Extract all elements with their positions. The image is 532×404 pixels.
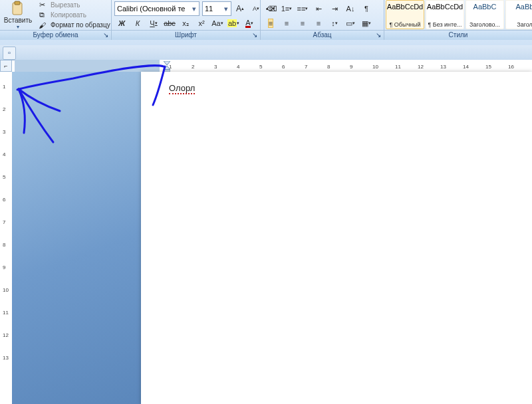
show-marks-button[interactable]: ¶ xyxy=(359,1,374,16)
highlight-button[interactable]: ab▾ xyxy=(226,16,241,31)
hruler-tick: 2 xyxy=(192,64,194,70)
below-ribbon-strip: ▫ xyxy=(0,45,532,60)
document-text[interactable]: Олорл xyxy=(169,83,195,93)
grow-font-icon: A xyxy=(236,4,241,13)
vruler-tick: 10 xyxy=(3,287,9,293)
document-page[interactable] xyxy=(141,72,532,404)
align-left-button[interactable]: ≡ xyxy=(263,16,278,31)
format-painter-button[interactable]: 🖌 xyxy=(35,20,49,31)
hruler-tick: 11 xyxy=(395,64,401,70)
hruler-tick: 9 xyxy=(350,64,352,70)
new-doc-button[interactable]: ▫ xyxy=(3,47,16,60)
hruler-tick: 15 xyxy=(485,64,491,70)
style-preview: AaBb xyxy=(516,2,532,11)
superscript-button[interactable]: x² xyxy=(194,16,209,31)
hruler-tick: 6 xyxy=(282,64,285,70)
style-preview: AaBbC xyxy=(473,2,497,11)
hruler-tick: 4 xyxy=(237,64,239,70)
copy-button[interactable]: ⧉ xyxy=(35,10,49,21)
increase-indent-button[interactable]: ⇥ xyxy=(327,1,342,16)
borders-button[interactable]: ▦▾ xyxy=(359,16,374,31)
shading-button[interactable]: ▭▾ xyxy=(343,16,358,31)
vruler-tick: 8 xyxy=(3,242,5,248)
style-card-0[interactable]: AaBbCcDd¶ Обычный xyxy=(386,0,424,29)
cut-label: Вырезать xyxy=(51,1,80,9)
hruler-tick: 5 xyxy=(259,64,262,70)
bullets-button[interactable]: •≡▾ xyxy=(263,1,278,16)
horizontal-ruler[interactable]: 12345678910111213141516 xyxy=(160,60,532,72)
decrease-indent-button[interactable]: ⇤ xyxy=(311,1,326,16)
style-preview: AaBbCcDd xyxy=(427,2,463,11)
indent-icon: ⇥ xyxy=(332,5,338,13)
font-size-input[interactable] xyxy=(203,5,221,13)
cut-button[interactable]: ✂ xyxy=(35,0,49,11)
grow-font-button[interactable]: A▴ xyxy=(233,1,247,16)
font-family-input[interactable] xyxy=(115,5,190,13)
style-card-2[interactable]: AaBbCЗаголово... xyxy=(466,0,504,29)
italic-button[interactable]: К xyxy=(130,16,145,31)
format-painter-label: Формат по образцу xyxy=(51,21,110,29)
paste-button[interactable]: Вставить ▾ xyxy=(1,0,35,31)
group-label-clipboard: Буфер обмена↘ xyxy=(0,30,111,40)
align-right-icon: ≡ xyxy=(301,19,305,27)
paste-dropdown-icon[interactable]: ▾ xyxy=(17,24,19,30)
vruler-tick: 7 xyxy=(3,219,5,225)
style-name: Загол xyxy=(517,21,532,28)
font-launcher[interactable]: ↘ xyxy=(251,31,259,39)
hruler-margin xyxy=(15,60,160,72)
hruler-tick: 16 xyxy=(508,64,514,70)
align-center-icon: ≡ xyxy=(285,19,289,27)
vruler-tick: 3 xyxy=(3,129,5,135)
ribbon: Вставить ▾ ✂ Вырезать ⧉ Копировать 🖌 Фор… xyxy=(0,0,532,46)
vruler-tick: 6 xyxy=(3,197,5,203)
font-color-button[interactable]: A▾ xyxy=(242,16,257,31)
style-name: Заголово... xyxy=(469,21,500,28)
paste-icon xyxy=(10,1,26,17)
strikethrough-button[interactable]: abc xyxy=(162,16,177,31)
change-case-button[interactable]: Aa▾ xyxy=(210,16,225,31)
hruler-tick: 3 xyxy=(214,64,217,70)
bold-button[interactable]: Ж xyxy=(114,16,129,31)
style-card-3[interactable]: AaBbЗагол xyxy=(505,0,532,29)
tab-selector[interactable]: ⌐ xyxy=(0,60,12,72)
highlight-icon: ab xyxy=(227,19,237,27)
vruler-tick: 4 xyxy=(3,152,5,157)
group-clipboard: Вставить ▾ ✂ Вырезать ⧉ Копировать 🖌 Фор… xyxy=(0,0,112,40)
line-spacing-button[interactable]: ↕▾ xyxy=(327,16,342,31)
multilevel-button[interactable]: ≡≡▾ xyxy=(295,1,310,16)
svg-rect-1 xyxy=(15,1,20,5)
brush-icon: 🖌 xyxy=(39,21,46,29)
vruler-tick: 12 xyxy=(3,332,9,338)
underline-button[interactable]: Ч▾ xyxy=(146,16,161,31)
paragraph-launcher[interactable]: ↘ xyxy=(374,31,382,39)
align-right-button[interactable]: ≡ xyxy=(295,16,310,31)
group-styles: AaBbCcDd¶ ОбычныйAaBbCcDd¶ Без инте...Aa… xyxy=(384,0,532,40)
chevron-down-icon[interactable]: ▾ xyxy=(190,5,199,13)
subscript-button[interactable]: x₂ xyxy=(178,16,193,31)
vruler-tick: 5 xyxy=(3,174,5,180)
style-preview: AaBbCcDd xyxy=(387,2,423,11)
hruler-tick: 14 xyxy=(463,64,469,70)
style-gallery[interactable]: AaBbCcDd¶ ОбычныйAaBbCcDd¶ Без инте...Aa… xyxy=(386,0,532,29)
style-name: ¶ Обычный xyxy=(389,21,420,28)
vertical-ruler[interactable]: 12345678910111213 xyxy=(0,72,13,404)
paste-label: Вставить xyxy=(4,17,32,24)
sort-button[interactable]: A↓ xyxy=(343,1,358,16)
group-paragraph: •≡▾ 1≡▾ ≡≡▾ ⇤ ⇥ A↓ ¶ ≡ ≡ ≡ ≡ ↕▾ ▭▾ ▦▾ Аб… xyxy=(261,0,384,40)
justify-icon: ≡ xyxy=(317,19,321,27)
vruler-tick: 9 xyxy=(3,264,5,270)
vruler-tick: 13 xyxy=(3,355,9,361)
justify-button[interactable]: ≡ xyxy=(311,16,326,31)
clipboard-launcher[interactable]: ↘ xyxy=(102,31,110,39)
numbering-icon: 1≡ xyxy=(281,5,290,13)
font-family-combo[interactable]: ▾ xyxy=(114,1,200,16)
pilcrow-icon: ¶ xyxy=(364,5,368,13)
style-card-1[interactable]: AaBbCcDd¶ Без инте... xyxy=(426,0,464,29)
group-label-styles: Стили xyxy=(384,30,532,40)
font-color-icon: A xyxy=(245,19,250,28)
numbering-button[interactable]: 1≡▾ xyxy=(279,1,294,16)
font-size-combo[interactable]: ▾ xyxy=(202,1,231,16)
align-center-button[interactable]: ≡ xyxy=(279,16,294,31)
hruler-tick: 12 xyxy=(418,64,424,70)
chevron-down-icon[interactable]: ▾ xyxy=(221,5,231,13)
